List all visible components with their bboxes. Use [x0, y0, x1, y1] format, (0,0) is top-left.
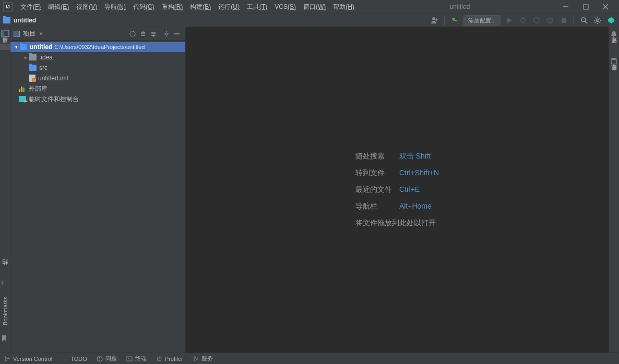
breadcrumb[interactable]: untitled	[14, 17, 36, 24]
tree-iml-file[interactable]: untitled.iml	[10, 73, 185, 83]
tree-item-label: 临时文件和控制台	[29, 95, 79, 104]
library-icon	[19, 86, 26, 92]
svg-rect-28	[2, 30, 4, 37]
tree-item-label: 外部库	[29, 84, 47, 93]
status-profiler[interactable]: Profiler	[156, 356, 183, 362]
svg-point-12	[547, 18, 553, 23]
status-problems[interactable]: 问题	[97, 355, 117, 362]
source-folder-icon	[29, 65, 37, 71]
settings-icon[interactable]	[593, 16, 602, 25]
tip-shortcut: Ctrl+E	[399, 185, 439, 195]
tool-structure-tab[interactable]: 结构	[0, 266, 10, 273]
intellij-logo: IJ	[3, 2, 13, 11]
menu-edit[interactable]: 编辑(E)	[44, 0, 73, 14]
menu-run[interactable]: 运行(U)	[215, 0, 243, 14]
folder-icon	[29, 54, 37, 60]
tool-project-tab[interactable]: 项目	[0, 44, 10, 50]
svg-rect-15	[562, 18, 566, 23]
tree-scratches[interactable]: 临时文件和控制台	[10, 94, 185, 104]
tree-item-label: untitled.iml	[38, 75, 68, 82]
hide-panel-icon[interactable]	[172, 29, 182, 39]
svg-point-53	[157, 357, 161, 361]
svg-point-29	[130, 31, 135, 37]
user-icon[interactable]	[430, 16, 439, 25]
profile-button[interactable]	[545, 16, 555, 25]
run-button[interactable]	[505, 16, 514, 25]
project-view-icon	[14, 31, 20, 37]
database-icon[interactable]	[610, 57, 618, 66]
project-tree[interactable]: ▾ untitled C:\Users\0932\IdeaProjects\un…	[10, 41, 185, 353]
navbar: untitled 添加配置...	[0, 14, 619, 27]
panel-settings-icon[interactable]	[161, 29, 172, 39]
svg-line-55	[159, 359, 160, 359]
search-icon[interactable]	[579, 16, 589, 25]
terminal-icon	[126, 356, 133, 362]
tool-database-tab[interactable]: 数据库	[609, 72, 619, 78]
menu-build[interactable]: 构建(B)	[186, 0, 215, 14]
minimize-button[interactable]	[562, 3, 570, 11]
project-window-icon[interactable]	[1, 29, 9, 38]
menu-file[interactable]: 文件(F)	[17, 0, 44, 14]
todo-icon: ≡	[62, 356, 68, 362]
svg-rect-27	[2, 30, 9, 37]
tree-src-folder[interactable]: src	[10, 63, 185, 73]
svg-line-17	[585, 21, 587, 23]
profiler-icon	[156, 356, 162, 362]
window-title: untitled	[358, 3, 562, 10]
tool-bookmarks-tab[interactable]: Bookmarks	[1, 294, 9, 329]
tree-root-path: C:\Users\0932\IdeaProjects\untitled	[54, 44, 145, 50]
menubar: IJ 文件(F) 编辑(E) 视图(V) 导航(N) 代码(C) 重构(R) 构…	[0, 0, 619, 14]
status-services[interactable]: 服务	[193, 355, 213, 362]
menu-window[interactable]: 窗口(W)	[300, 0, 329, 14]
close-button[interactable]	[601, 3, 610, 11]
expand-all-icon[interactable]	[138, 29, 148, 39]
svg-point-38	[165, 33, 168, 35]
svg-rect-52	[127, 357, 132, 361]
status-terminal[interactable]: 终端	[126, 355, 147, 362]
menu-refactor[interactable]: 重构(R)	[158, 0, 187, 14]
status-todo[interactable]: ≡TODO	[62, 356, 87, 362]
right-toolwindow-bar: 通知 数据库	[609, 27, 619, 353]
project-view-dropdown[interactable]: ▼	[39, 31, 43, 37]
iml-file-icon	[29, 75, 35, 82]
menu-vcs[interactable]: VCS(S)	[271, 0, 300, 14]
tip-shortcut: Alt+Home	[399, 202, 439, 211]
run-config-dropdown[interactable]: 添加配置...	[463, 15, 501, 26]
tree-root-label: untitled	[30, 43, 52, 51]
tool-notifications-tab[interactable]: 通知	[609, 45, 619, 51]
tree-external-libraries[interactable]: 外部库	[10, 83, 185, 94]
debug-button[interactable]	[518, 16, 528, 25]
branch-icon	[4, 356, 10, 362]
menu-code[interactable]: 代码(C)	[129, 0, 158, 14]
structure-icon[interactable]: ⦀	[1, 279, 9, 287]
svg-point-46	[5, 356, 7, 358]
bookmark-icon[interactable]	[1, 335, 9, 343]
tip-label: 转到文件	[355, 168, 392, 178]
svg-point-51	[99, 360, 100, 361]
tree-idea-folder[interactable]: ▸ .idea	[10, 52, 185, 63]
code-with-me-icon[interactable]	[606, 16, 616, 25]
tree-root[interactable]: ▾ untitled C:\Users\0932\IdeaProjects\un…	[10, 42, 185, 52]
select-opened-icon[interactable]	[127, 29, 138, 39]
svg-line-2	[603, 4, 608, 9]
maximize-button[interactable]	[581, 3, 590, 11]
coverage-button[interactable]	[532, 16, 541, 25]
folder-icon	[3, 17, 10, 23]
menu-tools[interactable]: 工具(T)	[243, 0, 271, 14]
editor-empty-area[interactable]: 随处搜索双击 Shift 转到文件Ctrl+Shift+N 最近的文件Ctrl+…	[186, 27, 609, 353]
svg-line-14	[550, 20, 552, 21]
svg-line-25	[595, 22, 596, 23]
menu-view[interactable]: 视图(V)	[73, 0, 101, 14]
collapse-all-icon[interactable]	[148, 29, 159, 39]
tip-label: 随处搜索	[355, 152, 392, 161]
menu-help[interactable]: 帮助(H)	[329, 0, 358, 14]
project-panel-header: 项目 ▼	[10, 27, 185, 41]
stop-button[interactable]	[559, 16, 568, 25]
bell-icon[interactable]	[610, 30, 618, 39]
services-icon	[193, 356, 199, 362]
status-vcs[interactable]: Version Control	[4, 356, 52, 362]
svg-point-47	[5, 359, 7, 361]
tree-item-label: src	[39, 64, 47, 71]
hammer-icon[interactable]	[450, 16, 459, 25]
menu-navigate[interactable]: 导航(N)	[101, 0, 129, 14]
